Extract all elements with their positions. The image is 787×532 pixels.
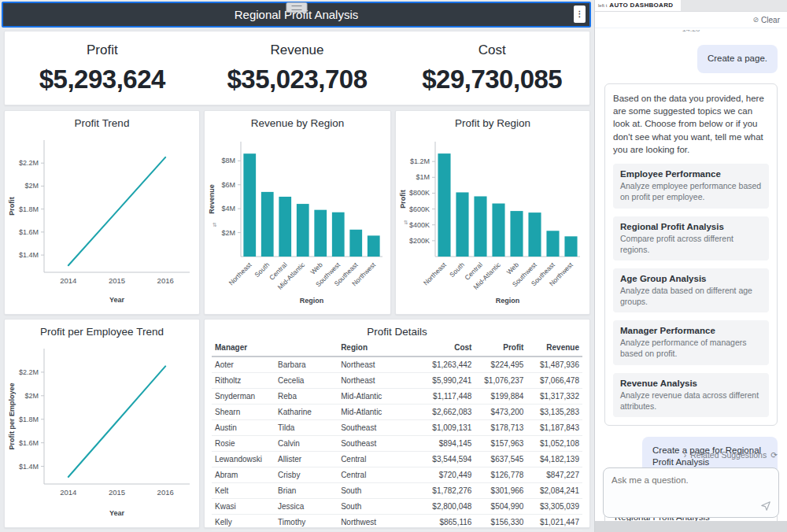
- table-row: AustinTildaSoutheast$1,009,131$178,713$1…: [212, 420, 582, 436]
- svg-text:$1M: $1M: [416, 173, 430, 181]
- table-cell: Mid-Atlantic: [338, 405, 416, 420]
- table-column-header[interactable]: Profit: [475, 340, 527, 357]
- svg-text:$400K: $400K: [409, 221, 430, 229]
- suggestion-title: Regional Profit Analysis: [620, 222, 762, 231]
- svg-text:Profit: Profit: [8, 197, 16, 216]
- related-suggestions-label: Related Suggestions: [690, 450, 767, 460]
- sheet-title-bar[interactable]: Regional Profit Analysis ⋮: [2, 2, 591, 28]
- suggestion-card-manager-performance[interactable]: Manager Performance Analyze performance …: [613, 320, 769, 364]
- suggestion-desc: Analyze data based on different age grou…: [620, 285, 762, 307]
- table-cell: Katharine: [275, 405, 338, 420]
- table-column-header[interactable]: [275, 340, 338, 357]
- visual-revenue-by-region[interactable]: Revenue by Region $2M$4M$6M$8MRevenue⇅No…: [204, 110, 391, 315]
- table-cell: Southeast: [338, 436, 416, 452]
- table-cell: Kelly: [212, 515, 275, 530]
- table-cell: Brian: [275, 483, 338, 499]
- table-cell: $224,495: [475, 357, 527, 373]
- svg-text:$600K: $600K: [409, 205, 430, 213]
- table-row: ShearnKatharineMid-Atlantic$2,662,083$47…: [212, 405, 582, 420]
- table-cell: $1,317,332: [527, 389, 582, 405]
- clear-chat-button[interactable]: ⊘ Clear: [595, 12, 787, 28]
- table-cell: $3,135,283: [527, 405, 582, 420]
- suggestion-desc: Analyze employee performance based on pr…: [620, 180, 762, 202]
- svg-text:$200K: $200K: [409, 237, 430, 245]
- svg-text:Web: Web: [309, 260, 324, 276]
- table-cell: $865,116: [416, 515, 475, 530]
- drag-grip-icon[interactable]: [286, 2, 307, 13]
- table-cell: $1,021,447: [527, 515, 582, 530]
- table-cell: $199,884: [475, 389, 527, 405]
- kpi-label: Profit: [87, 42, 118, 58]
- table-cell: Mid-Atlantic: [338, 389, 416, 405]
- svg-text:⇅: ⇅: [404, 220, 408, 225]
- visual-profit-details[interactable]: Profit Details ManagerRegionCostProfitRe…: [204, 319, 590, 528]
- assistant-suggestions-message: Based on the data you provided, here are…: [604, 83, 778, 426]
- svg-text:$1.6M: $1.6M: [19, 439, 39, 447]
- suggestion-card-revenue-analysis[interactable]: Revenue Analysis Analyze revenue data ac…: [613, 373, 769, 417]
- table-cell: $504,990: [475, 499, 527, 515]
- table-cell: South: [338, 483, 416, 499]
- tab-label: AUTO DASHBOARD: [609, 2, 673, 9]
- table-row: SnydermanRebaMid-Atlantic$1,117,448$199,…: [212, 389, 582, 405]
- kpi-visual[interactable]: Profit $5,293,624 Revenue $35,023,708 Co…: [4, 31, 590, 105]
- table-cell: $1,117,448: [416, 389, 475, 405]
- svg-text:$1.8M: $1.8M: [19, 205, 39, 213]
- svg-text:Revenue: Revenue: [208, 184, 216, 214]
- visual-profit-trend[interactable]: Profit Trend $1.4M$1.6M$1.8M$2M$2.2MProf…: [4, 110, 200, 315]
- question-input[interactable]: [604, 468, 778, 517]
- revenue-by-region-bar-chart: $2M$4M$6M$8MRevenue⇅NortheastSouthCentra…: [205, 129, 390, 307]
- table-cell: Ritholtz: [212, 373, 275, 389]
- visual-profit-per-employee-trend[interactable]: Profit per Employee Trend $1.4M$1.6M$1.8…: [4, 319, 200, 528]
- kebab-menu-button[interactable]: ⋮: [574, 6, 586, 23]
- svg-text:2014: 2014: [60, 276, 76, 285]
- svg-text:$1.4M: $1.4M: [19, 463, 39, 471]
- chat-timestamp: 14:28: [604, 30, 778, 35]
- assistant-panel: left t AUTO DASHBOARD ⊘ Clear 14:28 Crea…: [594, 0, 787, 532]
- table-cell: $637,545: [475, 452, 527, 467]
- kpi-label: Revenue: [270, 42, 323, 58]
- table-column-header[interactable]: Cost: [416, 340, 475, 357]
- tab-prefix: left t: [598, 3, 607, 8]
- table-cell: $473,200: [475, 405, 527, 420]
- svg-text:$2M: $2M: [221, 229, 235, 237]
- send-icon[interactable]: [760, 501, 771, 512]
- table-column-header[interactable]: Region: [338, 340, 416, 357]
- chat-history: 14:28 Create a page. Based on the data y…: [595, 30, 787, 521]
- table-column-header[interactable]: Revenue: [527, 340, 582, 357]
- table-column-header[interactable]: Manager: [212, 340, 275, 357]
- svg-text:Region: Region: [300, 297, 324, 305]
- kpi-label: Cost: [478, 42, 506, 58]
- table-cell: $157,963: [475, 436, 527, 452]
- table-cell: Central: [338, 452, 416, 467]
- table-cell: Shearn: [212, 405, 275, 420]
- tab-auto-dashboard[interactable]: left t AUTO DASHBOARD: [595, 0, 681, 11]
- suggestion-card-age-group-analysis[interactable]: Age Group Analysis Analyze data based on…: [613, 268, 769, 312]
- kpi-value: $29,730,085: [422, 65, 562, 94]
- table-cell: $7,066,478: [527, 373, 582, 389]
- table-cell: Rosie: [212, 436, 275, 452]
- chart-title: Profit Details: [205, 320, 589, 338]
- table-cell: Jessica: [275, 499, 338, 515]
- table-cell: Central: [338, 467, 416, 483]
- svg-text:2016: 2016: [157, 276, 174, 285]
- table-cell: Northwest: [338, 515, 416, 530]
- table-cell: $1,052,108: [527, 436, 582, 452]
- related-suggestions-link[interactable]: › Related Suggestions ⟳: [684, 450, 778, 460]
- chevron-right-icon: ›: [684, 450, 687, 460]
- svg-text:2014: 2014: [60, 488, 76, 497]
- question-input-box[interactable]: [603, 467, 779, 518]
- table-row: RosieCalvinSoutheast$894,145$157,963$1,0…: [212, 436, 582, 452]
- visual-profit-by-region[interactable]: Profit by Region $200K$400K$600K$800K$1M…: [395, 110, 590, 315]
- svg-text:$2M: $2M: [24, 182, 39, 190]
- kpi-revenue: Revenue $35,023,708: [200, 31, 395, 105]
- chart-title: Profit by Region: [396, 111, 589, 129]
- table-cell: $178,713: [475, 420, 527, 436]
- svg-text:$1.6M: $1.6M: [19, 228, 39, 236]
- table-row: KwasiJessicaSouth$2,800,048$504,990$3,30…: [212, 499, 582, 515]
- suggestion-card-regional-profit-analysis[interactable]: Regional Profit Analysis Compare profit …: [613, 216, 769, 260]
- panel-tab-bar: left t AUTO DASHBOARD: [595, 0, 787, 12]
- table-cell: $894,145: [416, 436, 475, 452]
- table-cell: Crisby: [275, 467, 338, 483]
- suggestion-card-employee-performance[interactable]: Employee Performance Analyze employee pe…: [613, 164, 769, 208]
- table-row: RitholtzCeceliaNortheast$5,990,241$1,076…: [212, 373, 582, 389]
